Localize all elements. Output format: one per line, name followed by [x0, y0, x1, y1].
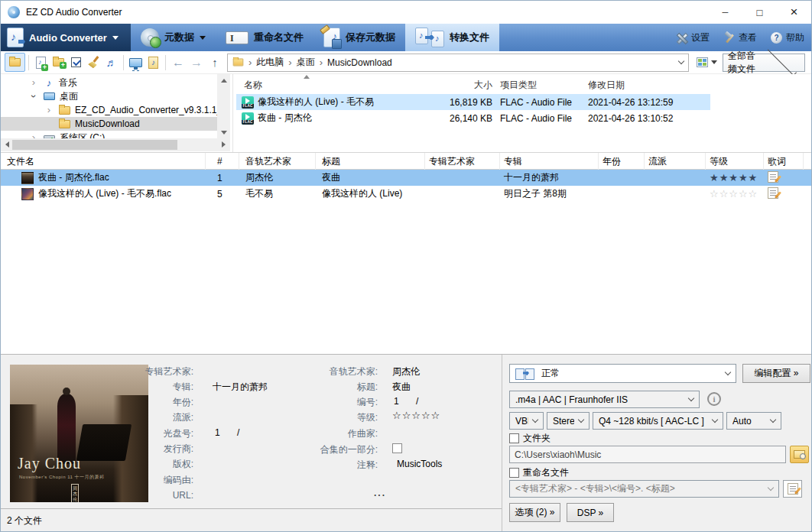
value-track-artist[interactable]: 周杰伦 — [392, 365, 420, 378]
column-header-lyrics[interactable]: 歌词 — [764, 153, 804, 170]
maximize-button[interactable] — [742, 1, 777, 24]
lyrics-edit-icon[interactable] — [768, 171, 778, 183]
output-path-field[interactable]: C:\Users\xiaoh\Music — [509, 446, 786, 463]
column-header-album-artist[interactable]: 专辑艺术家 — [425, 153, 500, 170]
file-size: 26,140 KB — [420, 113, 496, 124]
samplerate-combo[interactable]: Auto — [726, 412, 781, 430]
up-button[interactable] — [206, 53, 224, 72]
view-button[interactable]: 查看 — [716, 24, 764, 51]
format-combo[interactable]: .m4a | AAC | Fraunhofer IIS — [509, 391, 700, 408]
add-files-button[interactable] — [32, 53, 50, 72]
folder-checkbox[interactable] — [509, 433, 519, 443]
pane-splitter[interactable] — [232, 74, 233, 152]
minimize-button[interactable] — [708, 1, 742, 24]
convert-files-button[interactable]: 转换文件 — [405, 24, 499, 51]
tree-vertical-scrollbar[interactable] — [217, 74, 230, 138]
column-header-size[interactable]: 大小 — [420, 79, 496, 92]
tree-horizontal-scrollbar[interactable] — [1, 138, 230, 151]
label-album-artist: 专辑艺术家: — [63, 365, 193, 378]
track-title: 夜曲 — [316, 171, 425, 184]
settings-button[interactable]: 设置 — [669, 24, 716, 51]
scroll-up-button[interactable] — [217, 74, 230, 86]
breadcrumb[interactable]: 此电脑 桌面 MusicDownload — [227, 54, 689, 72]
edit-pattern-button[interactable] — [783, 480, 802, 498]
select-all-button[interactable] — [67, 53, 85, 72]
close-button[interactable] — [777, 1, 811, 24]
dsp-button[interactable]: DSP » — [567, 503, 614, 522]
column-header-modified[interactable]: 修改日期 — [584, 79, 710, 92]
back-button[interactable] — [169, 53, 187, 72]
table-row[interactable]: 夜曲 - 周杰伦.flac 1 周杰伦 夜曲 十一月的萧邦 ★★★★★ — [1, 170, 811, 186]
options-button[interactable]: 选项 (2) » — [509, 503, 560, 522]
app-menu-button[interactable]: Audio Converter — [1, 24, 131, 51]
value-rating-stars[interactable]: ☆☆☆☆☆ — [392, 410, 440, 421]
breadcrumb-item-desktop[interactable]: 桌面 — [297, 56, 315, 69]
browse-folder-button[interactable] — [790, 446, 809, 463]
lyrics-edit-icon[interactable] — [768, 187, 778, 199]
display-button[interactable] — [127, 53, 145, 72]
folder-icon — [9, 58, 21, 66]
explorer-row[interactable]: 夜曲 - 周杰伦 26,140 KB FLAC - Audio File 202… — [236, 110, 710, 126]
edit-profile-button[interactable]: 编辑配置 » — [742, 364, 810, 383]
column-header-name[interactable]: 名称 — [236, 79, 420, 92]
file-count: 2 个文件 — [7, 515, 42, 526]
column-header-artist[interactable]: 音轨艺术家 — [239, 153, 316, 170]
album-thumbnail — [21, 172, 34, 184]
rename-files-button[interactable]: 重命名文件 — [216, 24, 313, 51]
column-header-number[interactable]: # — [206, 153, 239, 170]
column-header-album[interactable]: 专辑 — [500, 153, 599, 170]
table-row[interactable]: 像我这样的人 (Live) - 毛不易.flac 5 毛不易 像我这样的人 (L… — [1, 186, 811, 202]
chevron-down-icon[interactable] — [678, 58, 684, 64]
track-rating-stars[interactable]: ★★★★★ — [706, 172, 764, 183]
column-header-type[interactable]: 项目类型 — [496, 79, 584, 92]
more-button[interactable]: ... — [374, 488, 386, 498]
metadata-button[interactable]: 元数据 — [131, 24, 216, 51]
forward-button[interactable] — [187, 53, 206, 72]
file-modified: 2021-04-26 13:12:59 — [584, 97, 710, 108]
audio-file-button[interactable] — [145, 53, 162, 72]
rename-files-checkbox[interactable] — [509, 468, 519, 478]
chevron-down-icon — [112, 36, 119, 40]
scroll-down-button[interactable] — [217, 126, 230, 138]
home-folder-button[interactable] — [5, 53, 25, 72]
channels-combo[interactable]: Stereo — [547, 412, 590, 430]
save-metadata-button[interactable]: 保存元数据 — [313, 24, 405, 51]
tree-item-ezcd-folder[interactable]: EZ_CD_Audio_Converter_v9.3.1.1_x64_I — [1, 103, 217, 117]
chevron-right-icon[interactable] — [28, 78, 39, 87]
chevron-expanded-icon[interactable] — [28, 92, 39, 101]
value-number[interactable]: 1 — [394, 396, 399, 407]
value-disc[interactable]: 1 — [215, 427, 220, 438]
scroll-right-button[interactable] — [217, 138, 230, 151]
value-comment[interactable]: MusicTools — [397, 459, 442, 469]
bitrate-mode-combo[interactable]: VBR — [509, 412, 544, 430]
chevron-right-icon[interactable] — [28, 133, 39, 138]
tree-item-music[interactable]: 音乐 — [1, 76, 217, 89]
preset-combo[interactable]: 正常 — [509, 364, 736, 383]
info-icon[interactable] — [707, 392, 721, 406]
chevron-down-icon — [725, 369, 731, 375]
column-header-filename[interactable]: 文件名 — [1, 153, 206, 170]
breadcrumb-item-musicdownload[interactable]: MusicDownload — [327, 57, 392, 68]
tree-item-system-drive[interactable]: 系统区 (C:) — [1, 131, 217, 138]
breadcrumb-item-this-pc[interactable]: 此电脑 — [256, 56, 284, 69]
clear-list-button[interactable] — [85, 53, 102, 72]
file-type-filter[interactable]: 全部音频文件 — [723, 54, 805, 72]
scrollbar-thumb[interactable] — [12, 140, 177, 150]
view-mode-button[interactable] — [693, 53, 719, 72]
column-header-genre[interactable]: 流派 — [645, 153, 706, 170]
value-title[interactable]: 夜曲 — [392, 381, 411, 394]
rename-pattern-combo[interactable]: <专辑艺术家> - <专辑>\<编号>. <标题> — [509, 480, 779, 498]
column-header-title[interactable]: 标题 — [316, 153, 425, 170]
tree-item-musicdownload[interactable]: MusicDownload — [1, 117, 217, 131]
track-rating-stars[interactable]: ☆☆☆☆☆ — [706, 188, 764, 200]
quality-combo[interactable]: Q4 ~128 kbit/s [ AAC-LC ] — [593, 412, 723, 430]
playlist-button[interactable] — [102, 53, 120, 72]
add-folder-button[interactable] — [50, 53, 67, 72]
column-header-year[interactable]: 年份 — [599, 153, 645, 170]
column-header-rating[interactable]: 等级 — [706, 153, 764, 170]
quality-value: Q4 ~128 kbit/s [ AAC-LC ] — [599, 416, 708, 427]
tree-item-desktop[interactable]: 桌面 — [1, 89, 217, 103]
compilation-checkbox[interactable] — [392, 443, 402, 453]
chevron-right-icon[interactable] — [44, 105, 54, 115]
explorer-row[interactable]: 像我这样的人 (Live) - 毛不易 16,819 KB FLAC - Aud… — [236, 94, 710, 110]
